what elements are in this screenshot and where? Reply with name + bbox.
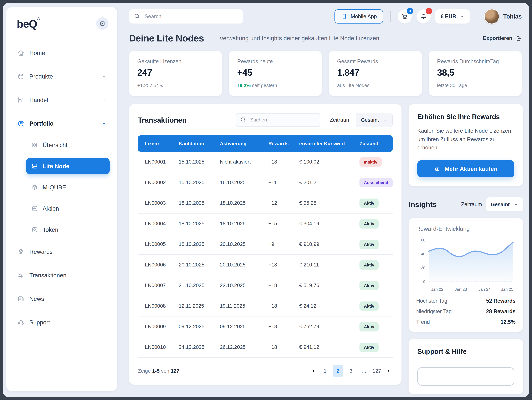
chart-stat-row: Trend+12.5% <box>416 319 516 325</box>
sidebar-item-produkte[interactable]: Produkte <box>14 68 110 85</box>
currency-selector[interactable]: € EUR <box>435 9 470 24</box>
chevron-down-icon <box>382 117 388 123</box>
status-badge: Ausstehend <box>360 178 393 187</box>
insights-zeitraum-label: Zeitraum <box>461 201 482 207</box>
sidebar-item-home[interactable]: Home <box>14 45 110 61</box>
cube-icon <box>32 184 38 191</box>
insights-zeitraum-select[interactable]: Gesamt <box>486 197 523 212</box>
cell-kurswert: € 100,02 <box>299 159 360 165</box>
stats-row: Gekaufte Lizenzen247+1.257,54 €Rewards h… <box>129 51 522 96</box>
sidebar-item-portfolio[interactable]: Portfolio <box>14 115 110 132</box>
topbar-divider <box>390 11 391 22</box>
export-icon <box>515 35 522 42</box>
table-row[interactable]: LN0000115.10.2025Nicht aktiviert+18€ 100… <box>138 152 393 172</box>
stat-card-0: Gekaufte Lizenzen247+1.257,54 € <box>129 51 222 96</box>
sidebar-item-rewards[interactable]: Rewards <box>14 243 110 260</box>
stat-value: 247 <box>137 67 214 78</box>
table-row[interactable]: LN0000215.10.202516.10.2025+11€ 201,21Au… <box>138 172 393 193</box>
home-icon <box>17 49 24 57</box>
award-icon <box>17 248 24 255</box>
support-input[interactable] <box>417 367 514 386</box>
status-badge: Aktiv <box>360 198 379 208</box>
table-row[interactable]: LN0000721.10.202522.10.2025+18€ 519,76Ak… <box>138 275 393 296</box>
stat-value: +45 <box>237 67 314 78</box>
sidebar-item-m-qube[interactable]: M-QUBE <box>26 179 110 196</box>
chart-stat-value: 28 Rewards <box>486 308 516 315</box>
table-header: LizenzKaufdatumAktivierungRewardserwarte… <box>138 135 393 152</box>
page-subtitle: Verwaltung und Insights deiner gekauften… <box>220 35 381 42</box>
table-row[interactable]: LN0001024.12.202526.12.2025+18€ 941,12Ak… <box>138 337 393 358</box>
table-row[interactable]: LN0000518.10.202520.10.2025+9€ 910,99Akt… <box>138 234 393 255</box>
sidebar-item-token[interactable]: Token <box>26 221 110 238</box>
stat-sub: aus Lite Nodes <box>337 83 413 88</box>
pagination-page-3[interactable]: 3 <box>346 365 356 377</box>
notifications-badge: 1 <box>426 8 432 14</box>
sidebar-item-support[interactable]: Support <box>14 314 110 331</box>
pagination-right-button[interactable] <box>385 367 393 375</box>
cell-kaufdatum: 18.10.2025 <box>179 221 220 227</box>
table-row[interactable]: LN0000812.11.202519.11.2025+18€ 24,12Akt… <box>138 296 393 316</box>
currency-value: € EUR <box>441 13 456 19</box>
cart-icon <box>401 13 408 20</box>
cell-kurswert: € 304,19 <box>299 221 360 227</box>
reward-chart-card: Reward-Entwicklung 0204060Jan 22Jan 23Ja… <box>409 218 523 332</box>
user-name: Tobias <box>503 13 522 20</box>
status-badge: Inaktiv <box>360 157 382 167</box>
status-badge: Aktiv <box>360 281 379 290</box>
cell-kaufdatum: 15.10.2025 <box>179 179 220 186</box>
pagination-page-1[interactable]: 1 <box>320 365 330 377</box>
table-row[interactable]: LN0000620.10.202520.10.2025+18€ 210,11Ak… <box>138 255 393 275</box>
sidebar-item-label: Übersicht <box>43 142 67 148</box>
pagination-page-127[interactable]: 127 <box>372 365 382 377</box>
chevron-down-icon <box>101 97 107 103</box>
headset-icon <box>17 319 24 326</box>
svg-text:Jan 25: Jan 25 <box>501 287 513 292</box>
app-window: beQ® HomeProdukteHandelPortfolioÜbersich… <box>0 0 532 400</box>
pagination-left-button[interactable] <box>309 367 317 375</box>
cell-kaufdatum: 20.10.2025 <box>179 262 220 268</box>
chart-stat-row: Niedrigster Tag28 Rewards <box>416 308 516 315</box>
sidebar-collapse-button[interactable] <box>96 17 108 30</box>
stat-value: 38,5 <box>437 67 513 78</box>
cell-kaufdatum: 21.10.2025 <box>179 282 220 289</box>
mobile-app-button[interactable]: Mobile App <box>335 9 383 24</box>
svg-text:40: 40 <box>421 252 425 256</box>
table-row[interactable]: LN0000318.10.202518.10.2025+12€ 95,25Akt… <box>138 193 393 213</box>
pagination-page-2[interactable]: 2 <box>333 365 343 377</box>
stat-card-2: Gesamt Rewards1.847aus Lite Nodes <box>329 51 422 96</box>
buy-more-shares-button[interactable]: Mehr Aktien kaufen <box>417 160 514 177</box>
column-header: Rewards <box>268 141 299 146</box>
export-button[interactable]: Exportieren <box>483 35 522 42</box>
cell-lizenz: LN00006 <box>145 262 179 268</box>
pie-chart-icon <box>17 120 24 127</box>
status-badge: Aktiv <box>360 260 379 270</box>
stat-card-3: Rewards Durchschnitt/Tag38,5letzte 30 Ta… <box>429 51 522 96</box>
notifications-button[interactable]: 1 <box>417 9 431 24</box>
cart-button[interactable]: 3 <box>398 9 412 24</box>
chevron-up-icon <box>101 121 107 126</box>
sidebar-item-transaktionen[interactable]: Transaktionen <box>14 267 110 284</box>
cell-rewards: +12 <box>268 200 299 206</box>
sidebar-item-aktien[interactable]: Aktien <box>26 200 110 217</box>
user-menu[interactable]: Tobias <box>484 9 522 24</box>
search-input[interactable] <box>129 9 243 24</box>
chart-stat-row: Höchster Tag52 Rewards <box>416 298 516 304</box>
collapse-sidebar-icon <box>99 20 105 26</box>
topbar-divider <box>477 11 477 22</box>
column-header: Lizenz <box>145 141 179 146</box>
sidebar-item-label: Support <box>29 319 107 326</box>
transactions-search-input[interactable] <box>236 113 320 127</box>
sidebar-item-news[interactable]: News <box>14 290 110 307</box>
right-column: Erhöhen Sie Ihre Rewards Kaufen Sie weit… <box>409 104 523 394</box>
column-header: Aktivierung <box>220 141 268 146</box>
zeitraum-select[interactable]: Gesamt <box>356 113 393 127</box>
page-header: Deine Lite Nodes Verwaltung und Insights… <box>129 33 522 44</box>
sidebar-item-lite-node[interactable]: Lite Node <box>26 158 110 174</box>
sidebar-item-uebersicht[interactable]: Übersicht <box>26 137 110 153</box>
sidebar-item-handel[interactable]: Handel <box>14 91 110 109</box>
table-row[interactable]: LN0000909.12.202509.12.2025+18€ 762,79Ak… <box>138 316 393 337</box>
chart-stats: Höchster Tag52 RewardsNiedrigster Tag28 … <box>416 298 516 325</box>
table-row[interactable]: LN0000418.10.202518.10.2025+15€ 304,19Ak… <box>138 213 393 234</box>
box-icon <box>17 73 24 80</box>
stat-label: Rewards heute <box>237 58 314 65</box>
